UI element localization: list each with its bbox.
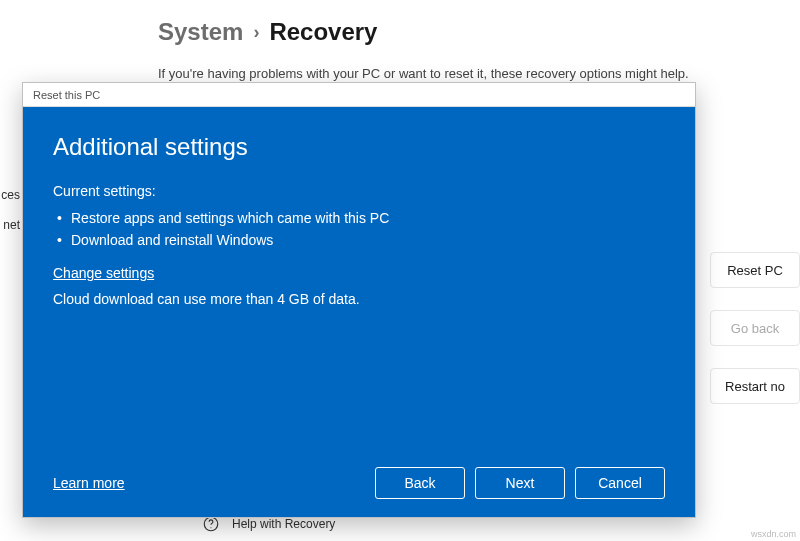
change-settings-link[interactable]: Change settings: [53, 265, 665, 281]
dialog-titlebar: Reset this PC: [23, 83, 695, 107]
settings-list-item: Download and reinstall Windows: [53, 229, 665, 251]
reset-this-pc-dialog: Reset this PC Additional settings Curren…: [22, 82, 696, 518]
sidebar-item[interactable]: net: [0, 210, 22, 240]
learn-more-link[interactable]: Learn more: [53, 475, 125, 491]
dialog-title: Reset this PC: [33, 89, 100, 101]
watermark: wsxdn.com: [751, 529, 796, 539]
help-label: Help with Recovery: [232, 517, 335, 531]
dialog-heading: Additional settings: [53, 133, 665, 161]
cloud-download-note: Cloud download can use more than 4 GB of…: [53, 291, 665, 307]
current-settings-label: Current settings:: [53, 183, 665, 199]
recovery-actions-column: Reset PC Go back Restart no: [710, 252, 800, 404]
back-button[interactable]: Back: [375, 467, 465, 499]
dialog-body: Additional settings Current settings: Re…: [23, 107, 695, 517]
breadcrumb: System › Recovery: [158, 18, 377, 46]
svg-point-1: [210, 527, 211, 528]
restart-now-button[interactable]: Restart no: [710, 368, 800, 404]
recovery-intro-text: If you're having problems with your PC o…: [158, 66, 689, 81]
sidebar-item[interactable]: ces: [0, 180, 22, 210]
next-button[interactable]: Next: [475, 467, 565, 499]
chevron-right-icon: ›: [253, 22, 259, 43]
current-settings-list: Restore apps and settings which came wit…: [53, 207, 665, 251]
reset-pc-button[interactable]: Reset PC: [710, 252, 800, 288]
breadcrumb-parent[interactable]: System: [158, 18, 243, 46]
dialog-footer: Learn more Back Next Cancel: [53, 467, 665, 499]
settings-page-background: System › Recovery If you're having probl…: [0, 0, 800, 541]
go-back-button[interactable]: Go back: [710, 310, 800, 346]
dialog-button-row: Back Next Cancel: [375, 467, 665, 499]
breadcrumb-current: Recovery: [269, 18, 377, 46]
settings-list-item: Restore apps and settings which came wit…: [53, 207, 665, 229]
cancel-button[interactable]: Cancel: [575, 467, 665, 499]
sidebar-fragment: ces net: [0, 180, 22, 240]
